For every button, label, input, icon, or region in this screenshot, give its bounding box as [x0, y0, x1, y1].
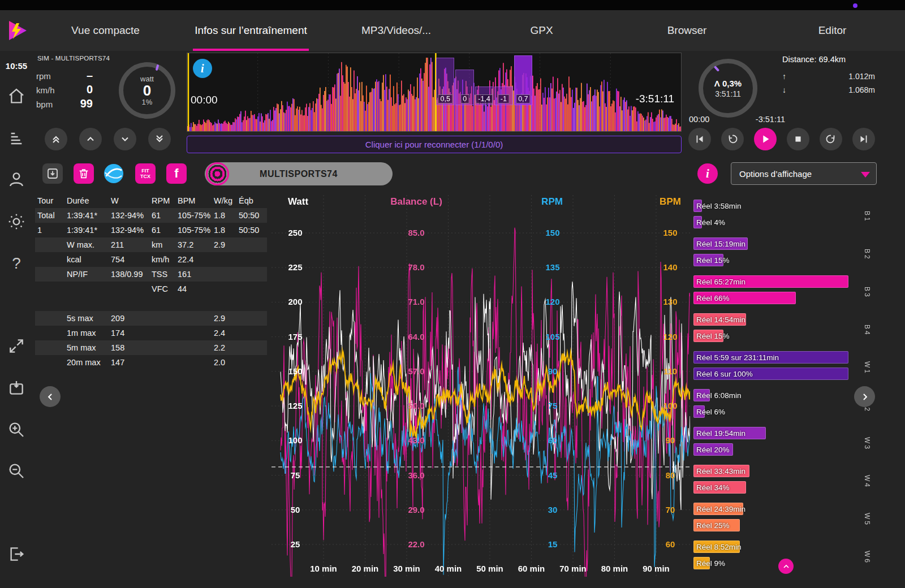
chart-scroll-right-button[interactable]	[854, 386, 875, 407]
export-button[interactable]	[42, 163, 63, 184]
up-chevron-button[interactable]	[79, 128, 102, 150]
interval-rows: Réel 65:27minRéel 66%	[693, 275, 860, 310]
table-cell: 61	[149, 211, 175, 220]
interval-label: Réel 4%	[696, 218, 725, 227]
tab-gpx[interactable]: GPX	[469, 10, 614, 51]
telemetry-rows: rpm–km/h0bpm99	[36, 69, 93, 111]
down-chevron-button[interactable]	[114, 128, 136, 150]
cloud-sync-button[interactable]	[104, 163, 124, 184]
restart-button[interactable]	[721, 128, 744, 150]
slope-box: -1	[494, 87, 512, 105]
double-down-chevron-button[interactable]	[148, 128, 171, 150]
slope-value: 0,7	[516, 94, 530, 103]
app-logo-icon	[5, 18, 29, 43]
workout-name-pill: MULTISPORTS74	[205, 162, 393, 185]
interval-label: Réel 8:52min	[696, 543, 742, 551]
table-row	[35, 296, 267, 311]
interval-group-label: W3	[860, 426, 874, 461]
table-cell: 1.8	[212, 211, 236, 220]
help-icon[interactable]: ?	[12, 254, 21, 273]
skip-to-end-button[interactable]	[852, 128, 875, 150]
interval-label: Réel 25%	[696, 521, 730, 530]
interval-label: Réel 6:08min	[696, 391, 742, 400]
workout-list-icon[interactable]	[7, 129, 25, 147]
chart-scroll-left-button[interactable]	[40, 386, 61, 407]
interval-group-label: B4	[860, 313, 874, 348]
panel-scroll-up-button[interactable]	[778, 559, 794, 574]
notification-dot	[853, 3, 857, 8]
interval-row: Réel 6 sur 100%	[693, 367, 860, 381]
fullscreen-icon[interactable]	[7, 337, 25, 355]
telemetry-label: bpm	[36, 100, 53, 109]
table-cell: 209	[109, 314, 149, 323]
tab-browser[interactable]: Browser	[614, 10, 760, 51]
ascent-arrow-icon: ↑	[782, 72, 786, 81]
tcx-label: TCX	[140, 174, 150, 179]
tab-mp3-videos[interactable]: MP3/Videos/...	[324, 10, 469, 51]
zoom-out-icon[interactable]	[7, 462, 25, 480]
table-cell: 2.2	[212, 343, 236, 352]
stop-button[interactable]	[787, 128, 809, 150]
elevation-remaining-time: -3:51:11	[636, 93, 674, 105]
reload-button[interactable]	[820, 128, 842, 150]
table-cell: 2.9	[212, 240, 236, 249]
import-box-icon[interactable]	[7, 379, 25, 397]
watt-gauge: watt 0 1%	[119, 62, 175, 119]
ascent-value: 1.012m	[848, 72, 875, 81]
interval-group-label: W6	[860, 540, 874, 575]
reconnect-button[interactable]: Cliquer ici pour reconnecter (1/1/0/0)	[187, 136, 682, 153]
tab-vue-compacte[interactable]: Vue compacte	[33, 10, 178, 51]
display-options-dropdown[interactable]: Options d’affichage	[731, 162, 877, 185]
interval-group-label: B2	[860, 237, 874, 272]
distance-block: Distance: 69.4km ↑ 1.012m ↓ 1.068m	[782, 55, 875, 97]
home-icon[interactable]	[7, 87, 25, 105]
watt-gauge-percent: 1%	[142, 98, 153, 106]
ride-elapsed: 00:00	[689, 115, 709, 124]
elevation-profile-panel[interactable]: i 00:00 -3:51:11 0,50-1,4-10,7	[187, 53, 682, 132]
interval-label: Réel 20%	[696, 446, 730, 454]
table-cell: 105-75%	[175, 211, 212, 220]
interval-rows: Réel 33:43minRéel 34%	[693, 464, 860, 499]
slope-box: 0,7	[514, 55, 532, 105]
play-button[interactable]	[754, 128, 777, 150]
sidebar: 10:55 ?	[0, 51, 33, 588]
interval-label: Réel 66%	[696, 294, 730, 302]
slope-gauge-tick	[714, 66, 719, 72]
table-cell: 22.4	[175, 255, 212, 264]
telemetry-value: 99	[80, 97, 93, 110]
facebook-share-button[interactable]: f	[166, 163, 187, 184]
fit-tcx-export-button[interactable]: FIT TCX	[135, 163, 156, 184]
user-profile-icon[interactable]	[7, 170, 25, 188]
table-cell: 37.2	[175, 240, 212, 249]
elevation-info-icon[interactable]: i	[193, 59, 212, 78]
table-row: 5s max2092.9	[35, 311, 267, 326]
table-cell: 211	[109, 240, 149, 249]
telemetry-row: rpm–	[36, 69, 93, 83]
exit-icon[interactable]	[7, 545, 25, 563]
descent-arrow-icon: ↓	[782, 85, 786, 94]
double-up-chevron-button[interactable]	[45, 128, 67, 150]
fit-label: FIT	[141, 168, 149, 174]
elevation-profile-canvas[interactable]	[187, 53, 681, 131]
table-cell: 105-75%	[175, 226, 212, 235]
interval-group-w3: Réel 19:54minRéel 20%W3	[693, 426, 874, 461]
table-cell: 2.4	[212, 328, 236, 338]
table-row: kcal754km/h22.4	[35, 252, 267, 267]
interval-group-b3: Réel 65:27minRéel 66%B3	[693, 275, 874, 310]
delete-button[interactable]	[74, 163, 94, 184]
interval-label: Réel 33:43min	[696, 467, 745, 475]
tab-infos-sur-l-entra-nement[interactable]: Infos sur l’entraînement	[178, 10, 324, 51]
slope-value-boxes: 0,50-1,4-10,7	[436, 55, 533, 105]
table-cell: 158	[109, 343, 149, 352]
interval-group-label: W5	[860, 502, 874, 537]
chart-info-button[interactable]: i	[697, 163, 718, 184]
table-cell: Total	[35, 211, 64, 220]
interval-label: Réel 24:39min	[696, 505, 745, 513]
zoom-in-icon[interactable]	[7, 421, 25, 439]
descent-value: 1.068m	[848, 85, 875, 94]
tab-editor[interactable]: Editor	[760, 10, 905, 51]
settings-gear-icon[interactable]	[7, 213, 25, 231]
interval-label: Réel 3:58min	[696, 202, 742, 210]
skip-to-start-button[interactable]	[688, 128, 711, 150]
interval-row: Réel 6:08min	[693, 388, 860, 402]
